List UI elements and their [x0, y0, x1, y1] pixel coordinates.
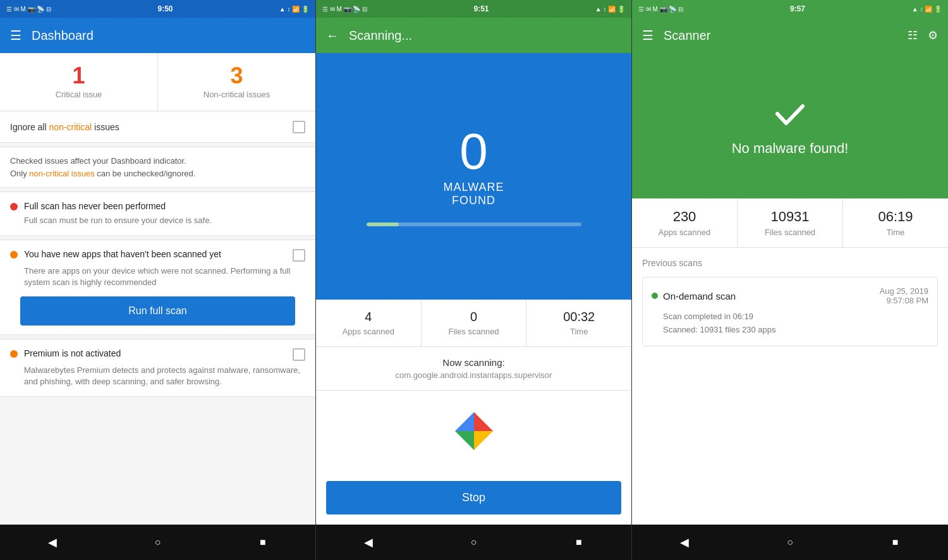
bottom-nav-2: ◀ ○ ■ [316, 525, 631, 560]
scanner-time-label: Time [848, 228, 943, 237]
scanner-apps-value: 230 [637, 209, 732, 225]
malware-count: 0 [459, 126, 488, 177]
scanner-green-area: No malware found! [632, 53, 948, 198]
status-left-icons-1: ☰ ✉ M 📷 📡 ⊟ [6, 6, 51, 13]
stop-button-area: Stop [316, 471, 631, 525]
ignore-checkbox[interactable] [293, 121, 305, 133]
scan-record: On-demand scan Aug 25, 2019 9:57:08 PM S… [642, 277, 938, 346]
back-button-1[interactable]: ◀ [40, 530, 65, 555]
scan-record-details: Scan completed in 06:19 Scanned: 10931 f… [663, 310, 928, 337]
hamburger-icon-3[interactable]: ☰ [642, 28, 653, 43]
app-bar-2: ← Scanning... [316, 18, 631, 53]
previous-scans-title: Previous scans [642, 258, 938, 268]
critical-count: 1 [8, 64, 150, 87]
info-line1: Checked issues affect your Dashboard ind… [10, 156, 186, 166]
scanning-icon-area [316, 391, 631, 471]
scanner-title: Scanner [664, 28, 908, 43]
checkmark-icon [771, 95, 809, 133]
issues-summary: 1 Critical issue 3 Non-critical issues [0, 53, 315, 111]
status-right-icons-3: ▲ ↕ 📶 🔋 [912, 6, 942, 13]
settings-icon[interactable]: ⚙ [928, 28, 938, 42]
scan-record-name: On-demand scan [663, 291, 736, 301]
phone-dashboard: ☰ ✉ M 📷 📡 ⊟ 9:50 ▲ ↕ 📶 🔋 ☰ Dashboard 1 C… [0, 0, 316, 560]
phone-scanning: ☰ ✉ M 📷 📡 ⊟ 9:51 ▲ ↕ 📶 🔋 ← Scanning... 0… [316, 0, 632, 560]
ignore-row: Ignore all non-critical issues [0, 112, 315, 143]
no-malware-text: No malware found! [732, 140, 849, 157]
app-bar-1: ☰ Dashboard [0, 18, 315, 53]
noncritical-count: 3 [166, 64, 308, 87]
status-right-icons-1: ▲ ↕ 📶 🔋 [279, 6, 309, 13]
info-box: Checked issues affect your Dashboard ind… [0, 147, 315, 188]
recents-button-2[interactable]: ■ [566, 530, 592, 555]
scanning-title: Scanning... [349, 28, 621, 43]
back-button-2[interactable]: ◀ [356, 530, 381, 555]
issue2-desc: There are apps on your device which were… [24, 265, 305, 288]
malware-label: MALWARE FOUND [443, 181, 504, 207]
issue1-dot [10, 203, 18, 210]
app-icon [449, 406, 499, 456]
issue3-checkbox[interactable] [293, 348, 305, 361]
home-button-2[interactable]: ○ [461, 530, 486, 555]
issue2-checkbox[interactable] [293, 249, 305, 262]
status-time-3: 9:57 [790, 4, 805, 13]
scanner-time-stat: 06:19 Time [843, 198, 948, 247]
status-bar-3: ☰ ✉ M 📷 📡 ⊟ 9:57 ▲ ↕ 📶 🔋 [632, 0, 948, 18]
issue3-desc: Malwarebytes Premium detects and protect… [24, 365, 305, 387]
issue-full-scan: Full scan has never been performed Full … [0, 192, 315, 236]
scan-detail2: Scanned: 10931 files 230 apps [663, 324, 928, 337]
progress-bar-track [367, 222, 581, 226]
status-bar-2: ☰ ✉ M 📷 📡 ⊟ 9:51 ▲ ↕ 📶 🔋 [316, 0, 631, 18]
time-stat: 00:32 Time [526, 300, 631, 346]
info-line2-after: can be unchecked/ignored. [95, 169, 196, 178]
app-bar-icons-3: ☷ ⚙ [908, 28, 938, 42]
scanning-blue-area: 0 MALWARE FOUND [316, 53, 631, 300]
now-scanning-label: Now scanning: [326, 357, 621, 368]
issue2-dot [10, 251, 18, 259]
recents-button-1[interactable]: ■ [250, 530, 276, 555]
back-arrow-icon[interactable]: ← [326, 28, 339, 43]
home-button-3[interactable]: ○ [777, 530, 803, 555]
apps-scanned-value: 4 [321, 310, 416, 324]
back-button-3[interactable]: ◀ [672, 530, 697, 555]
list-icon[interactable]: ☷ [908, 28, 918, 42]
issue-new-apps: You have new apps that haven't been scan… [0, 240, 315, 334]
scan-record-left: On-demand scan [652, 291, 736, 301]
scanner-apps-label: Apps scanned [637, 228, 732, 237]
status-time-1: 9:50 [157, 4, 173, 13]
dashboard-content: 1 Critical issue 3 Non-critical issues I… [0, 53, 315, 525]
scan-record-date: Aug 25, 2019 9:57:08 PM [880, 286, 928, 305]
run-full-scan-button[interactable]: Run full scan [20, 296, 295, 326]
scanner-files-value: 10931 [743, 209, 837, 225]
progress-bar-fill [367, 222, 399, 226]
scanner-stats: 230 Apps scanned 10931 Files scanned 06:… [632, 198, 948, 248]
previous-scans-section: Previous scans On-demand scan Aug 25, 20… [632, 248, 948, 525]
files-scanned-label: Files scanned [427, 327, 521, 336]
bottom-nav-3: ◀ ○ ■ [632, 525, 948, 560]
status-left-icons-2: ☰ ✉ M 📷 📡 ⊟ [322, 6, 367, 13]
issue2-title: You have new apps that haven't been scan… [24, 249, 286, 259]
stop-button[interactable]: Stop [326, 481, 621, 514]
scan-dot-green [652, 293, 658, 299]
apps-scanned-stat: 4 Apps scanned [316, 300, 422, 346]
info-line2-highlight: non-critical issues [29, 169, 94, 178]
app-bar-3: ☰ Scanner ☷ ⚙ [632, 18, 948, 53]
status-bar-1: ☰ ✉ M 📷 📡 ⊟ 9:50 ▲ ↕ 📶 🔋 [0, 0, 315, 18]
scanner-files-stat: 10931 Files scanned [738, 198, 843, 247]
now-scanning-pkg: com.google.android.instantapps.superviso… [326, 370, 621, 380]
critical-label: Critical issue [8, 90, 150, 99]
hamburger-icon[interactable]: ☰ [10, 28, 21, 43]
home-button-1[interactable]: ○ [145, 530, 170, 555]
time-value: 00:32 [532, 310, 626, 324]
issue-premium: Premium is not activated Malwarebytes Pr… [0, 339, 315, 397]
files-scanned-stat: 0 Files scanned [422, 300, 527, 346]
scan-detail1: Scan completed in 06:19 [663, 310, 928, 324]
apps-scanned-label: Apps scanned [321, 327, 416, 336]
ignore-text: Ignore all non-critical issues [10, 122, 119, 132]
files-scanned-value: 0 [427, 310, 521, 324]
recents-button-3[interactable]: ■ [883, 530, 908, 555]
bottom-nav-1: ◀ ○ ■ [0, 525, 315, 560]
dashboard-title: Dashboard [32, 28, 305, 43]
scanning-info: Now scanning: com.google.android.instant… [316, 347, 631, 391]
time-label: Time [532, 327, 626, 336]
issue3-dot [10, 350, 18, 358]
